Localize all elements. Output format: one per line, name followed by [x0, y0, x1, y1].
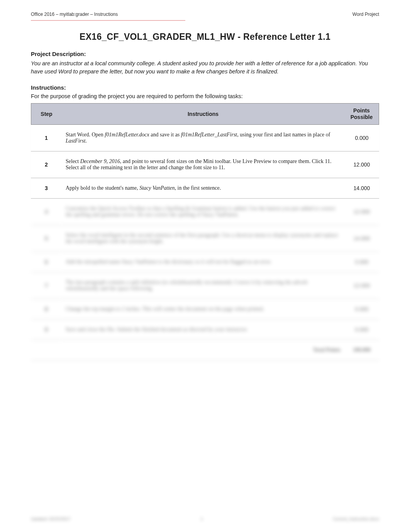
table-row: 3Apply bold to the student's name, Stacy…: [31, 178, 379, 199]
step-points: 14.000: [344, 225, 379, 252]
step-points: 12.000: [344, 272, 379, 299]
step-instruction: Apply bold to the student's name, Stacy …: [62, 178, 344, 199]
table-row: 1Start Word. Open f01m1RefLetter.docx an…: [31, 125, 379, 151]
instructions-intro: For the purpose of grading the project y…: [31, 93, 379, 99]
total-value: 100.000: [344, 340, 379, 360]
footer-center: 1: [200, 517, 203, 521]
header-left: Office 2016 – myitlab:grader – Instructi…: [31, 12, 118, 17]
steps-table: Step Instructions Points Possible 1Start…: [31, 103, 379, 360]
project-description-text: You are an instructor at a local communi…: [31, 59, 379, 76]
footer-right: Current_Instruction.docx: [333, 517, 379, 521]
step-instruction: Change the top margin to 2 inches. This …: [62, 299, 344, 320]
step-points: 12.000: [344, 151, 379, 178]
step-points: 0.000: [344, 252, 379, 272]
step-points: 0.000: [344, 320, 379, 340]
step-number: 1: [31, 125, 62, 151]
table-row: 4Customize the Quick Access Toolbar so t…: [31, 199, 379, 225]
table-row: 8Change the top margin to 2 inches. This…: [31, 299, 379, 320]
step-number: 2: [31, 151, 62, 178]
total-label: Total Points: [31, 340, 344, 360]
step-instruction: Add the misspelled name Stacy VanPatten …: [62, 252, 344, 272]
step-number: 9: [31, 320, 62, 340]
step-points: 0.000: [344, 299, 379, 320]
step-number: 3: [31, 178, 62, 199]
col-points: Points Possible: [344, 103, 379, 125]
page-header: Office 2016 – myitlab:grader – Instructi…: [31, 12, 379, 17]
table-row: 9Save and close the file. Submit the fin…: [31, 320, 379, 340]
header-underline: [31, 20, 379, 21]
step-number: 5: [31, 225, 62, 252]
col-step: Step: [31, 103, 62, 125]
col-instructions: Instructions: [62, 103, 344, 125]
step-instruction: The last paragraph contains a split infi…: [62, 272, 344, 299]
step-points: 12.000: [344, 199, 379, 225]
step-instruction: Start Word. Open f01m1RefLetter.docx and…: [62, 125, 344, 151]
step-instruction: Select the word intelligent in the secon…: [62, 225, 344, 252]
header-right: Word Project: [352, 12, 379, 17]
step-number: 7: [31, 272, 62, 299]
table-row: 5Select the word intelligent in the seco…: [31, 225, 379, 252]
instructions-heading: Instructions:: [31, 84, 379, 91]
table-row: 6Add the misspelled name Stacy VanPatten…: [31, 252, 379, 272]
table-row: 7The last paragraph contains a split inf…: [31, 272, 379, 299]
project-description-heading: Project Description:: [31, 51, 379, 57]
step-points: 0.000: [344, 125, 379, 151]
step-number: 8: [31, 299, 62, 320]
table-row: 2Select December 9, 2016, and point to s…: [31, 151, 379, 178]
document-title: EX16_CF_VOL1_GRADER_ML1_HW - Reference L…: [31, 32, 379, 42]
step-instruction: Save and close the file. Submit the fini…: [62, 320, 344, 340]
step-points: 14.000: [344, 178, 379, 199]
step-instruction: Select December 9, 2016, and point to se…: [62, 151, 344, 178]
step-number: 4: [31, 199, 62, 225]
step-number: 6: [31, 252, 62, 272]
page-footer: Updated: 02/22/2017 1 Current_Instructio…: [31, 517, 379, 521]
footer-left: Updated: 02/22/2017: [31, 517, 71, 521]
step-instruction: Customize the Quick Access Toolbar so th…: [62, 199, 344, 225]
total-row: Total Points100.000: [31, 340, 379, 360]
